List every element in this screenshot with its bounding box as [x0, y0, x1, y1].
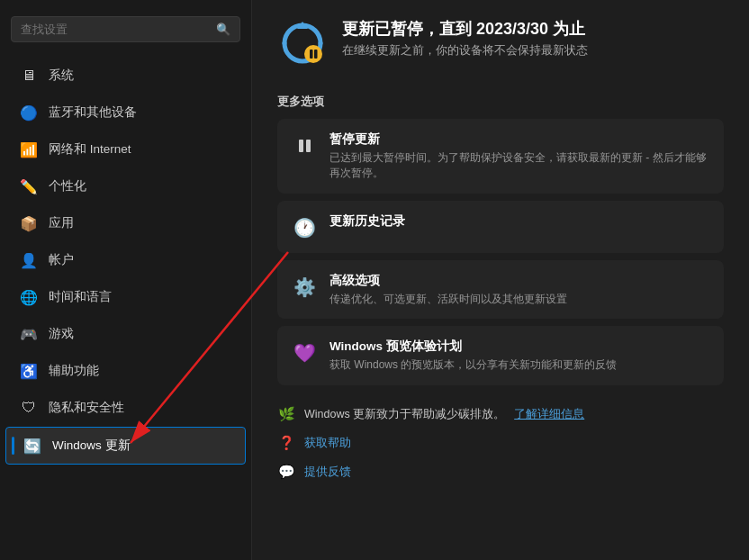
- carbon-text: Windows 更新致力于帮助减少碳排放。: [304, 407, 505, 422]
- get-help-item[interactable]: ❓ 获取帮助: [277, 429, 724, 457]
- sidebar: 🔍 🖥系统🔵蓝牙和其他设备📶网络和 Internet✏️个性化📦应用👤帐户🌐时间…: [0, 0, 252, 560]
- header-section: 更新已暂停，直到 2023/3/30 为止 在继续更新之前，你的设备将不会保持最…: [277, 18, 724, 68]
- accessibility-icon: ♿: [20, 362, 38, 380]
- personalization-icon: ✏️: [20, 177, 38, 195]
- privacy-icon: 🛡: [20, 399, 38, 417]
- sidebar-item-privacy[interactable]: 🛡隐私和安全性: [5, 390, 246, 426]
- active-bar: [12, 437, 14, 455]
- apps-icon: 📦: [20, 214, 38, 232]
- history-icon: 🕐: [293, 217, 316, 239]
- sidebar-item-gaming[interactable]: 🎮游戏: [5, 316, 246, 352]
- feedback-item[interactable]: 💬 提供反馈: [277, 457, 724, 486]
- sidebar-item-bluetooth[interactable]: 🔵蓝牙和其他设备: [5, 95, 246, 131]
- sidebar-item-label-system: 系统: [49, 68, 74, 84]
- search-icon: 🔍: [216, 23, 230, 36]
- get-help-label: 获取帮助: [304, 436, 351, 451]
- header-text: 更新已暂停，直到 2023/3/30 为止 在继续更新之前，你的设备将不会保持最…: [342, 18, 588, 59]
- search-input[interactable]: [21, 23, 216, 36]
- sidebar-item-accessibility[interactable]: ♿辅助功能: [5, 353, 246, 389]
- header-subtitle: 在继续更新之前，你的设备将不会保持最新状态: [342, 43, 588, 59]
- bluetooth-icon: 🔵: [20, 104, 38, 122]
- advanced-options-title: 高级选项: [329, 273, 567, 289]
- sync-icon-wrap: [277, 18, 328, 68]
- more-options-title: 更多选项: [277, 94, 724, 110]
- advanced-options-icon-wrap: ⚙️: [292, 275, 317, 300]
- pause-update-title: 暂停更新: [329, 131, 709, 148]
- carbon-footer-item: 🌿 Windows 更新致力于帮助减少碳排放。 了解详细信息: [277, 400, 724, 429]
- pause-update-text: 暂停更新已达到最大暂停时间。为了帮助保护设备安全，请获取最新的更新 - 然后才能…: [329, 131, 709, 181]
- feedback-icon: 💬: [277, 463, 295, 481]
- update-history-text: 更新历史记录: [329, 213, 405, 232]
- option-card-advanced-options[interactable]: ⚙️高级选项传递优化、可选更新、活跃时间以及其他更新设置: [277, 260, 724, 320]
- leaf-icon: 🌿: [277, 405, 295, 423]
- gaming-icon: 🎮: [20, 325, 38, 343]
- network-icon: 📶: [20, 140, 38, 158]
- sidebar-item-label-gaming: 游戏: [49, 326, 74, 342]
- sidebar-item-windows-update[interactable]: 🔄Windows 更新: [5, 427, 246, 465]
- sidebar-item-label-apps: 应用: [49, 215, 74, 231]
- sidebar-item-label-time: 时间和语言: [49, 289, 112, 305]
- feedback-label: 提供反馈: [304, 465, 351, 480]
- sidebar-item-label-accounts: 帐户: [49, 252, 74, 268]
- help-icon: ❓: [277, 434, 295, 452]
- footer-section: 🌿 Windows 更新致力于帮助减少碳排放。 了解详细信息 ❓ 获取帮助 💬 …: [277, 400, 724, 486]
- accounts-icon: 👤: [20, 251, 38, 269]
- sidebar-item-label-privacy: 隐私和安全性: [49, 400, 124, 416]
- sidebar-item-network[interactable]: 📶网络和 Internet: [5, 131, 246, 167]
- update-history-icon-wrap: 🕐: [292, 215, 317, 240]
- sidebar-item-label-bluetooth: 蓝牙和其他设备: [49, 104, 137, 121]
- advanced-options-text: 高级选项传递优化、可选更新、活跃时间以及其他更新设置: [329, 273, 567, 307]
- sidebar-item-personalization[interactable]: ✏️个性化: [5, 168, 246, 204]
- gear-icon: ⚙️: [293, 276, 316, 298]
- sidebar-item-accounts[interactable]: 👤帐户: [5, 242, 246, 278]
- search-box[interactable]: 🔍: [11, 16, 240, 42]
- svg-rect-3: [314, 50, 318, 59]
- pause-icon: [299, 140, 311, 152]
- insider-program-title: Windows 预览体验计划: [329, 339, 617, 355]
- update-history-title: 更新历史记录: [329, 213, 405, 230]
- windows-update-icon: 🔄: [23, 437, 41, 455]
- options-list: 暂停更新已达到最大暂停时间。为了帮助保护设备安全，请获取最新的更新 - 然后才能…: [277, 119, 724, 385]
- carbon-link[interactable]: 了解详细信息: [514, 407, 584, 422]
- pause-update-icon-wrap: [292, 133, 317, 158]
- insider-program-description: 获取 Windows 的预览版本，以分享有关新功能和更新的反馈: [329, 357, 617, 373]
- pause-update-description: 已达到最大暂停时间。为了帮助保护设备安全，请获取最新的更新 - 然后才能够再次暂…: [329, 150, 709, 181]
- insider-program-text: Windows 预览体验计划获取 Windows 的预览版本，以分享有关新功能和…: [329, 339, 617, 373]
- option-card-insider-program[interactable]: 💜Windows 预览体验计划获取 Windows 的预览版本，以分享有关新功能…: [277, 326, 724, 385]
- svg-point-1: [304, 45, 322, 63]
- sidebar-item-time[interactable]: 🌐时间和语言: [5, 279, 246, 315]
- system-icon: 🖥: [20, 67, 38, 85]
- nav-list: 🖥系统🔵蓝牙和其他设备📶网络和 Internet✏️个性化📦应用👤帐户🌐时间和语…: [0, 57, 251, 465]
- heart-icon: 💜: [293, 342, 316, 364]
- option-card-pause-update[interactable]: 暂停更新已达到最大暂停时间。为了帮助保护设备安全，请获取最新的更新 - 然后才能…: [277, 119, 724, 194]
- sidebar-item-apps[interactable]: 📦应用: [5, 205, 246, 241]
- update-status-icon: [277, 18, 328, 68]
- sidebar-item-label-accessibility: 辅助功能: [49, 363, 99, 379]
- svg-rect-2: [310, 50, 313, 59]
- advanced-options-description: 传递优化、可选更新、活跃时间以及其他更新设置: [329, 292, 567, 307]
- insider-program-icon-wrap: 💜: [292, 340, 317, 366]
- sidebar-item-label-windows-update: Windows 更新: [52, 438, 131, 454]
- time-icon: 🌐: [20, 288, 38, 306]
- option-card-update-history[interactable]: 🕐更新历史记录: [277, 201, 724, 253]
- sidebar-item-system[interactable]: 🖥系统: [5, 58, 246, 94]
- sidebar-item-label-personalization: 个性化: [49, 178, 86, 194]
- header-title: 更新已暂停，直到 2023/3/30 为止: [342, 18, 588, 40]
- sidebar-item-label-network: 网络和 Internet: [49, 141, 131, 158]
- main-content: 更新已暂停，直到 2023/3/30 为止 在继续更新之前，你的设备将不会保持最…: [252, 0, 749, 560]
